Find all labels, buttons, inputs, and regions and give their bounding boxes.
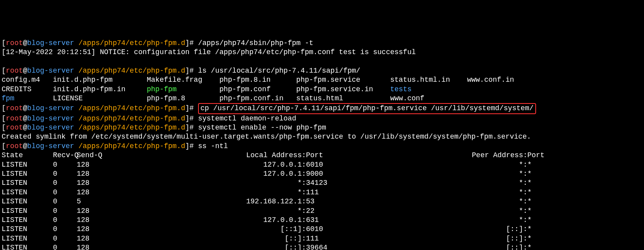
prompt-path: /apps/php74/etc/php-fpm.d xyxy=(78,115,185,122)
cmd-phpfpm-test: /apps/php74/sbin/php-fpm -t xyxy=(198,39,314,47)
ls-item: php-fpm.service xyxy=(296,76,390,84)
prompt-user: root xyxy=(6,124,23,132)
ss-pport: * xyxy=(527,216,559,225)
cmd-daemon-reload: systemctl daemon-reload xyxy=(198,115,296,122)
ss-pport: * xyxy=(527,243,559,250)
ls-row: CREDITS init.d.php-fpm.in php-fpm php-fp… xyxy=(2,85,642,94)
ss-recvq: 0 xyxy=(53,225,77,234)
ss-row: LISTEN0128127.0.0.1:6010*:* xyxy=(2,160,642,169)
command-line-6[interactable]: [root@blog-server /apps/php74/etc/php-fp… xyxy=(2,142,642,151)
ss-pport: * xyxy=(527,179,559,188)
ls-row: config.m4 init.d.php-fpm Makefile.frag p… xyxy=(2,75,642,85)
prompt-path: /apps/php74/etc/php-fpm.d xyxy=(78,104,185,112)
output-notice: [12-May-2022 20:12:51] NOTICE: configura… xyxy=(2,48,642,57)
prompt-path: /apps/php74/etc/php-fpm.d xyxy=(78,39,185,47)
ss-col-pport: Port xyxy=(527,151,559,160)
prompt-host: blog-server xyxy=(27,39,74,47)
ss-sendq: 128 xyxy=(77,243,116,250)
ss-peer: *: xyxy=(393,179,527,188)
ss-local: *: xyxy=(116,207,306,216)
ls-item: tests xyxy=(390,85,467,93)
ss-recvq: 0 xyxy=(53,216,77,225)
ss-col-recvq: Recv-Q xyxy=(53,151,77,160)
ss-local: 127.0.0.1: xyxy=(116,216,306,225)
ss-col-peer: Peer Address: xyxy=(393,151,527,160)
ss-sendq: 128 xyxy=(77,179,116,188)
ls-item: config.m4 xyxy=(2,76,53,84)
ss-peer: [::]: xyxy=(393,243,527,250)
terminal-output: [root@blog-server /apps/php74/etc/php-fp… xyxy=(2,39,642,250)
ss-recvq: 0 xyxy=(53,160,77,169)
ls-item: www.conf xyxy=(390,94,467,102)
ls-item: php-fpm.service.in xyxy=(296,85,390,93)
cmd-cp: cp /usr/local/src/php-7.4.11/sapi/fpm/ph… xyxy=(200,104,534,112)
prompt-at: @ xyxy=(23,115,27,122)
ss-local: 127.0.0.1: xyxy=(116,169,306,179)
ss-local: [::]: xyxy=(116,243,306,250)
prompt-user: root xyxy=(6,67,23,75)
ss-pport: * xyxy=(527,207,559,216)
ls-item: php-fpm.8.in xyxy=(219,76,296,84)
ss-header: StateRecv-QSend-QLocal Address:PortPeer … xyxy=(2,151,642,160)
ss-row: LISTEN0128[::1]:6010[::]:* xyxy=(2,225,642,234)
ss-recvq: 0 xyxy=(53,243,77,250)
ss-row: LISTEN0128[::]:111[::]:* xyxy=(2,234,642,243)
ss-pport: * xyxy=(527,160,559,169)
ss-row: LISTEN0128*:22*:* xyxy=(2,207,642,216)
ss-lport: 631 xyxy=(306,216,393,225)
ss-recvq: 0 xyxy=(53,207,77,216)
ls-item xyxy=(467,85,527,93)
ss-state: LISTEN xyxy=(2,179,53,188)
ss-peer: *: xyxy=(393,207,527,216)
prompt-host: blog-server xyxy=(27,124,74,132)
ss-peer: *: xyxy=(393,197,527,206)
ss-sendq: 128 xyxy=(77,216,116,225)
ss-state: LISTEN xyxy=(2,197,53,206)
ss-sendq: 128 xyxy=(77,234,116,243)
prompt-host: blog-server xyxy=(27,67,74,75)
ss-peer: *: xyxy=(393,169,527,179)
ss-sendq: 128 xyxy=(77,169,116,179)
ss-local: [::1]: xyxy=(116,225,306,234)
command-line-4[interactable]: [root@blog-server /apps/php74/etc/php-fp… xyxy=(2,114,642,123)
ls-item: Makefile.frag xyxy=(147,76,219,84)
prompt-open: [ xyxy=(2,142,6,150)
ss-lport: 34123 xyxy=(306,179,393,188)
command-line-3[interactable]: [root@blog-server /apps/php74/etc/php-fp… xyxy=(2,103,642,114)
command-line-2[interactable]: [root@blog-server /apps/php74/etc/php-fp… xyxy=(2,66,642,75)
ss-recvq: 0 xyxy=(53,234,77,243)
ss-col-state: State xyxy=(2,151,53,160)
prompt-at: @ xyxy=(23,67,27,75)
ss-lport: 9000 xyxy=(306,169,393,179)
ls-item: fpm xyxy=(2,94,53,102)
prompt-host: blog-server xyxy=(27,115,74,122)
ls-row: fpm LICENSE php-fpm.8 php-fpm.conf.in st… xyxy=(2,94,642,103)
ss-recvq: 0 xyxy=(53,197,77,206)
command-line-5[interactable]: [root@blog-server /apps/php74/etc/php-fp… xyxy=(2,123,642,132)
ss-row: LISTEN0128127.0.0.1:631*:* xyxy=(2,216,642,225)
ss-col-lport: Port xyxy=(306,151,393,160)
prompt-user: root xyxy=(6,39,23,47)
ss-lport: 53 xyxy=(306,197,393,206)
ss-pport: * xyxy=(527,188,559,197)
command-line-1[interactable]: [root@blog-server /apps/php74/etc/php-fp… xyxy=(2,39,642,48)
prompt-open: [ xyxy=(2,115,6,122)
ss-local: 192.168.122.1: xyxy=(116,197,306,206)
ss-state: LISTEN xyxy=(2,188,53,197)
cmd-enable: systemctl enable --now php-fpm xyxy=(198,124,326,132)
ss-lport: 111 xyxy=(306,188,393,197)
ss-lport: 39664 xyxy=(306,243,393,250)
ss-recvq: 0 xyxy=(53,188,77,197)
ls-item xyxy=(467,94,527,102)
prompt-open: [ xyxy=(2,67,6,75)
ss-pport: * xyxy=(527,169,559,179)
ss-sendq: 128 xyxy=(77,160,116,169)
ls-item: init.d.php-fpm.in xyxy=(53,85,147,93)
ss-peer: *: xyxy=(393,216,527,225)
ss-row: LISTEN0128127.0.0.1:9000*:* xyxy=(2,169,642,179)
ss-local: *: xyxy=(116,188,306,197)
prompt-close: ]# xyxy=(185,115,194,122)
ss-sendq: 128 xyxy=(77,207,116,216)
prompt-at: @ xyxy=(23,142,27,150)
ss-lport: 22 xyxy=(306,207,393,216)
